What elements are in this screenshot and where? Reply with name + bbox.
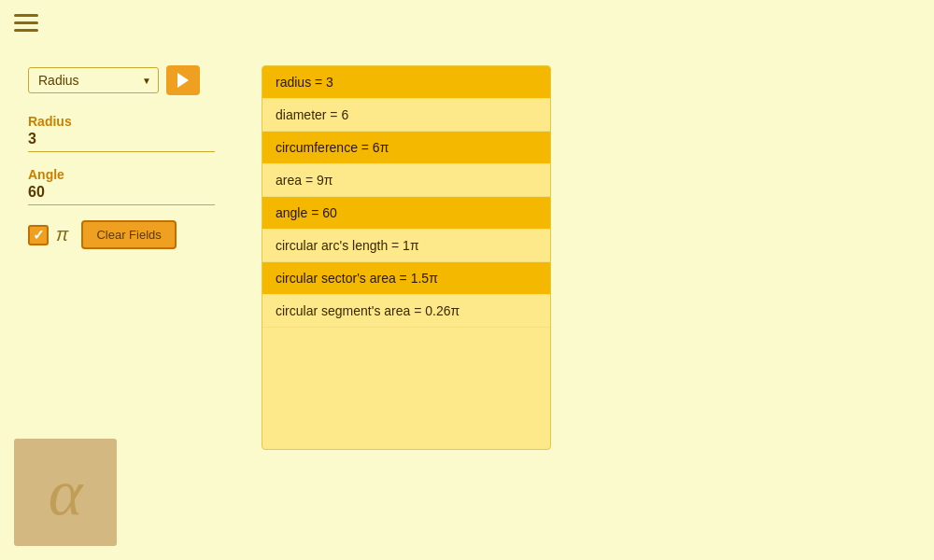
checkbox-pi-group: π — [28, 224, 68, 245]
result-row-6: circular sector's area = 1.5π — [262, 262, 550, 295]
controls-row: π Clear Fields — [28, 220, 243, 249]
result-row-0: radius = 3 — [262, 66, 550, 99]
dropdown-row: Radius Diameter Circumference — [28, 65, 243, 95]
alpha-symbol: α — [49, 455, 83, 530]
angle-field-group: Angle 60 — [28, 167, 243, 205]
pi-checkbox[interactable] — [28, 225, 49, 245]
result-row-2: circumference = 6π — [262, 132, 550, 164]
result-row-1: diameter = 6 — [262, 99, 550, 132]
hamburger-line — [14, 29, 38, 32]
result-row-empty — [262, 328, 550, 449]
result-row-5: circular arc's length = 1π — [262, 230, 550, 262]
radius-field-group: Radius 3 — [28, 114, 243, 152]
radius-label: Radius — [28, 114, 243, 129]
angle-value: 60 — [28, 184, 215, 205]
alpha-image: α — [14, 439, 117, 546]
pi-symbol: π — [56, 224, 68, 245]
clear-fields-button[interactable]: Clear Fields — [81, 220, 176, 249]
calculation-type-select[interactable]: Radius Diameter Circumference — [28, 67, 159, 93]
result-row-4: angle = 60 — [262, 197, 550, 230]
hamburger-menu[interactable] — [14, 14, 38, 32]
dropdown-wrapper: Radius Diameter Circumference — [28, 67, 159, 93]
hamburger-line — [14, 14, 38, 17]
radius-value: 3 — [28, 131, 215, 152]
angle-label: Angle — [28, 167, 243, 182]
hamburger-line — [14, 21, 38, 24]
left-panel: Radius Diameter Circumference Radius 3 A… — [28, 65, 243, 249]
run-button[interactable] — [166, 65, 200, 95]
result-row-3: area = 9π — [262, 164, 550, 197]
results-panel: radius = 3 diameter = 6 circumference = … — [262, 65, 551, 450]
result-row-7: circular segment's area = 0.26π — [262, 295, 550, 328]
